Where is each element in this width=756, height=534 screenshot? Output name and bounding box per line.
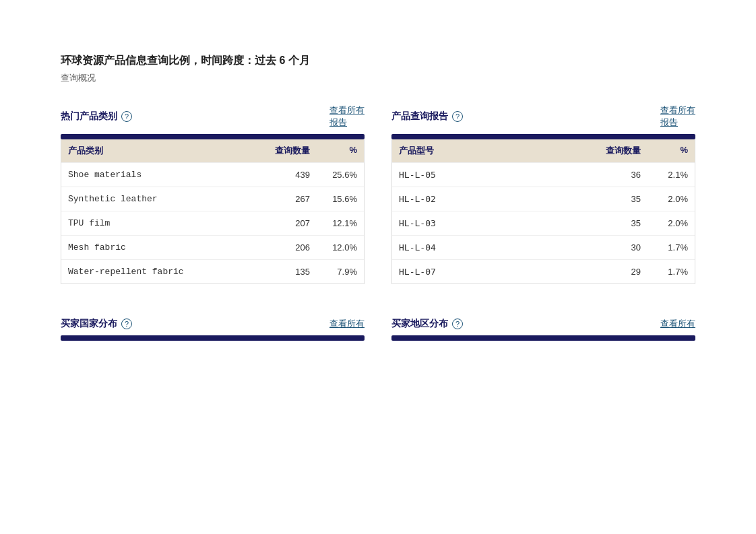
right-td-model: HL-L-05 [399,170,580,180]
left-th-pct: % [310,145,357,157]
right-td-model: HL-L-04 [399,242,580,253]
left-table-body: Shoe materials 439 25.6% Synthetic leath… [61,162,364,283]
right-table-body: HL-L-05 36 2.1% HL-L-02 35 2.0% HL-L-03 … [392,162,695,283]
right-table: 产品型号 查询数量 % HL-L-05 36 2.1% HL-L-02 35 2… [391,139,695,284]
right-panel-header: 产品查询报告 ? 查看所有 报告 [391,104,695,129]
right-table-row: HL-L-04 30 1.7% [392,235,695,259]
bottom-right-panel: 买家地区分布 ? 查看所有 [391,318,695,341]
bottom-left-bar [61,335,365,341]
left-td-count: 135 [249,267,310,277]
page-title: 环球资源产品信息查询比例，时间跨度：过去 6 个月 [61,54,695,68]
bottom-right-view-all[interactable]: 查看所有 [660,318,695,330]
left-td-count: 207 [249,218,310,228]
left-td-pct: 12.0% [310,242,357,253]
right-panel-title: 产品查询报告 [391,110,448,123]
left-panel-header: 热门产品类别 ? 查看所有 报告 [61,104,365,129]
right-th-pct: % [641,145,688,157]
left-td-pct: 25.6% [310,170,357,180]
bottom-left-view-all[interactable]: 查看所有 [329,318,365,330]
left-table-row: Shoe materials 439 25.6% [61,162,364,187]
bottom-left-panel: 买家国家分布 ? 查看所有 [61,318,365,341]
bottom-right-help-icon[interactable]: ? [452,319,463,329]
right-td-count: 29 [580,267,641,277]
right-td-model: HL-L-07 [399,267,580,277]
right-td-count: 30 [580,242,641,253]
left-td-category: Shoe materials [68,170,249,180]
left-panel: 热门产品类别 ? 查看所有 报告 产品类别 查询数量 % Shoe materi… [61,104,365,304]
left-help-icon[interactable]: ? [121,111,132,122]
right-td-pct: 2.1% [641,170,688,180]
right-panel: 产品查询报告 ? 查看所有 报告 产品型号 查询数量 % HL-L-05 36 … [391,104,695,304]
right-th-count: 查询数量 [580,145,641,157]
right-table-row: HL-L-07 29 1.7% [392,259,695,283]
left-td-category: TPU film [68,218,249,228]
left-table-row: Mesh fabric 206 12.0% [61,235,364,259]
page-container: 环球资源产品信息查询比例，时间跨度：过去 6 个月 查询概况 热门产品类别 ? … [0,0,756,368]
left-td-pct: 12.1% [310,218,357,228]
bottom-left-help-icon[interactable]: ? [121,319,132,329]
left-td-pct: 15.6% [310,194,357,204]
right-td-model: HL-L-02 [399,194,580,204]
bottom-left-title: 买家国家分布 [61,318,117,330]
left-td-category: Water-repellent fabric [68,267,249,277]
right-td-pct: 2.0% [641,194,688,204]
left-view-all-link[interactable]: 查看所有 报告 [329,104,365,129]
right-td-count: 35 [580,194,641,204]
left-table-header: 产品类别 查询数量 % [61,139,364,162]
main-two-col: 热门产品类别 ? 查看所有 报告 产品类别 查询数量 % Shoe materi… [61,104,695,304]
left-table: 产品类别 查询数量 % Shoe materials 439 25.6% Syn… [61,139,365,284]
left-td-count: 439 [249,170,310,180]
right-th-model: 产品型号 [399,145,580,157]
right-blue-bar [391,134,695,139]
right-td-pct: 1.7% [641,242,688,253]
bottom-right-bar [391,335,695,341]
right-td-pct: 1.7% [641,267,688,277]
right-view-all-link[interactable]: 查看所有 报告 [660,104,695,129]
left-td-pct: 7.9% [310,267,357,277]
left-td-count: 206 [249,242,310,253]
right-help-icon[interactable]: ? [452,111,463,122]
right-td-model: HL-L-03 [399,218,580,228]
left-th-category: 产品类别 [68,145,249,157]
right-table-row: HL-L-03 35 2.0% [392,211,695,235]
right-td-count: 35 [580,218,641,228]
right-table-header: 产品型号 查询数量 % [392,139,695,162]
right-table-row: HL-L-02 35 2.0% [392,187,695,211]
left-panel-title: 热门产品类别 [61,110,117,123]
left-blue-bar [61,134,365,139]
right-table-row: HL-L-05 36 2.1% [392,162,695,187]
left-td-category: Mesh fabric [68,242,249,253]
bottom-right-header: 买家地区分布 ? 查看所有 [391,318,695,330]
left-td-category: Synthetic leather [68,194,249,204]
bottom-left-header: 买家国家分布 ? 查看所有 [61,318,365,330]
bottom-two-col: 买家国家分布 ? 查看所有 买家地区分布 ? 查看所有 [61,318,695,341]
left-table-row: Synthetic leather 267 15.6% [61,187,364,211]
left-th-count: 查询数量 [249,145,310,157]
left-table-row: Water-repellent fabric 135 7.9% [61,259,364,283]
left-table-row: TPU film 207 12.1% [61,211,364,235]
right-td-pct: 2.0% [641,218,688,228]
page-subtitle: 查询概况 [61,72,695,84]
right-td-count: 36 [580,170,641,180]
left-td-count: 267 [249,194,310,204]
bottom-right-title: 买家地区分布 [391,318,448,330]
